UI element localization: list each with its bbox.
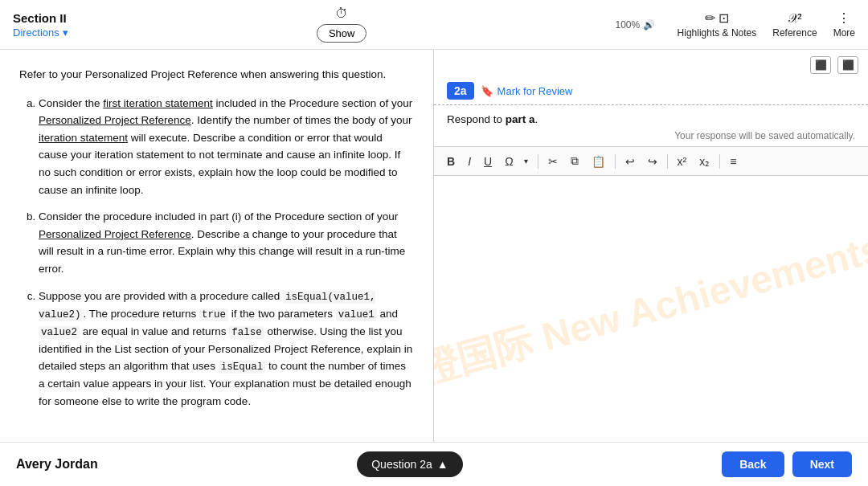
prompt-part: part a xyxy=(506,113,535,125)
prompt-text: Respond to xyxy=(447,113,502,125)
left-panel: Refer to your Personalized Project Refer… xyxy=(0,50,434,442)
toolbar-separator-1 xyxy=(538,154,538,169)
directions-button[interactable]: Directions ▾ xyxy=(13,27,68,39)
top-header: Section II Directions ▾ ⏱ Show 100% 🔊 ✏ … xyxy=(0,0,868,50)
header-left: Section II Directions ▾ xyxy=(13,11,68,39)
directions-chevron-icon: ▾ xyxy=(63,27,68,39)
question-prompt: Respond to part a. xyxy=(434,105,868,130)
editor-toolbar: B I U Ω ▾ ✂ ⧉ 📋 ↩ ↪ x² x₂ ≡ xyxy=(434,146,868,176)
question-number-badge: 2a xyxy=(447,82,474,100)
directions-label: Directions xyxy=(13,27,59,39)
question-selector-button[interactable]: Question 2a ▲ xyxy=(357,451,462,477)
highlights-notes-icon: ✏ ⊡ xyxy=(705,10,729,26)
toolbar-separator-2 xyxy=(615,154,616,169)
highlights-notes-label: Highlights & Notes xyxy=(678,27,757,39)
bookmark-icon: 🔖 xyxy=(481,85,493,97)
expand-icons-row: ⬛ ⬛ xyxy=(434,50,868,77)
code-value1: value1 xyxy=(336,308,377,321)
code-false: false xyxy=(229,326,264,339)
question-selector-chevron-icon: ▲ xyxy=(437,458,448,471)
omega-group: Ω ▾ xyxy=(500,153,532,170)
back-button[interactable]: Back xyxy=(722,451,784,477)
timer-icon: ⏱ xyxy=(335,6,348,21)
header-center: ⏱ Show xyxy=(317,6,367,43)
toolbar-separator-3 xyxy=(667,154,668,169)
mark-review-label: Mark for Review xyxy=(497,85,573,97)
question-list: Consider the first iteration statement i… xyxy=(19,95,414,410)
reference-button[interactable]: 𝒳² Reference xyxy=(772,11,817,39)
section-title: Section II xyxy=(13,11,68,25)
code-value2: value2 xyxy=(39,326,80,339)
copy-button[interactable]: ⧉ xyxy=(566,152,583,170)
main-content: Refer to your Personalized Project Refer… xyxy=(0,50,868,442)
paste-button[interactable]: 📋 xyxy=(587,153,610,170)
bottom-bar: Avery Jordan Question 2a ▲ Back Next xyxy=(0,442,868,486)
reference-label: Reference xyxy=(772,27,817,39)
reference-icon: 𝒳² xyxy=(788,11,801,26)
list-item-c-text: Suppose you are provided with a procedur… xyxy=(39,290,412,407)
list-item-a: Consider the first iteration statement i… xyxy=(39,95,414,199)
code-isEqual2: isEqual xyxy=(219,361,266,374)
more-icon: ⋮ xyxy=(837,10,850,26)
list-item-a-text: Consider the first iteration statement i… xyxy=(39,97,412,196)
question-header: 2a 🔖 Mark for Review xyxy=(434,77,868,105)
student-name: Avery Jordan xyxy=(16,457,98,472)
intro-text: Refer to your Personalized Project Refer… xyxy=(19,66,414,84)
question-selector-label: Question 2a xyxy=(371,458,432,471)
list-item-b: Consider the procedure included in part … xyxy=(39,208,414,277)
list-item-c: Suppose you are provided with a procedur… xyxy=(39,288,414,410)
show-button[interactable]: Show xyxy=(317,24,367,43)
expand-right-icon[interactable]: ⬛ xyxy=(837,56,858,74)
more-button[interactable]: ⋮ More xyxy=(833,10,855,39)
list-item-b-text: Consider the procedure included in part … xyxy=(39,210,405,275)
next-button[interactable]: Next xyxy=(792,451,852,477)
editor-area[interactable]: 橙国际 New Achievements xyxy=(434,176,868,442)
omega-button[interactable]: Ω xyxy=(500,153,518,170)
italic-button[interactable]: I xyxy=(463,153,476,170)
percent-label: 100% 🔊 xyxy=(616,19,655,31)
auto-save-note: Your response will be saved automaticall… xyxy=(434,130,868,146)
more-label: More xyxy=(833,27,855,39)
toolbar-separator-4 xyxy=(719,154,720,169)
bold-button[interactable]: B xyxy=(442,153,460,170)
watermark: 橙国际 New Achievements xyxy=(434,223,868,395)
right-panel: ⬛ ⬛ 2a 🔖 Mark for Review Respond to part… xyxy=(434,50,868,442)
code-true: true xyxy=(199,308,228,321)
header-right-tools: ✏ ⊡ Highlights & Notes 𝒳² Reference ⋮ Mo… xyxy=(678,10,855,39)
cut-button[interactable]: ✂ xyxy=(543,153,563,170)
expand-left-icon[interactable]: ⬛ xyxy=(810,56,831,74)
omega-chevron-button[interactable]: ▾ xyxy=(519,154,533,168)
list-button[interactable]: ≡ xyxy=(725,153,741,170)
nav-buttons: Back Next xyxy=(722,451,852,477)
superscript-button[interactable]: x² xyxy=(673,153,692,170)
undo-button[interactable]: ↩ xyxy=(620,153,640,170)
underline-button[interactable]: U xyxy=(479,153,497,170)
redo-button[interactable]: ↪ xyxy=(643,153,662,170)
highlights-notes-button[interactable]: ✏ ⊡ Highlights & Notes xyxy=(678,10,757,39)
header-right: 100% 🔊 ✏ ⊡ Highlights & Notes 𝒳² Referen… xyxy=(616,10,855,39)
subscript-button[interactable]: x₂ xyxy=(694,153,714,170)
mark-review-button[interactable]: 🔖 Mark for Review xyxy=(481,85,573,97)
